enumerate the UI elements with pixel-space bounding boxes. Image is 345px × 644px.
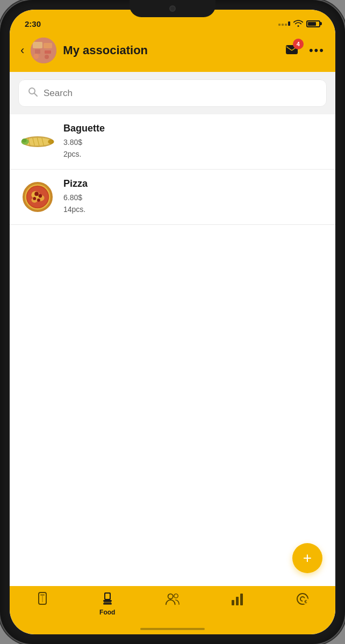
settings-icon: € [295, 591, 310, 606]
phone-screen: 2:30 [10, 10, 335, 634]
svg-rect-2 [35, 49, 40, 54]
svg-rect-37 [40, 594, 45, 596]
svg-rect-43 [103, 603, 112, 605]
item-price: 6.80$ 14pcs. [63, 192, 325, 216]
item-name: Baguette [63, 123, 325, 134]
svg-point-33 [33, 197, 36, 200]
svg-point-44 [168, 594, 173, 599]
svg-point-34 [37, 199, 40, 202]
svg-rect-48 [240, 594, 243, 605]
stats-icon [230, 591, 245, 606]
home-indicator [140, 628, 205, 630]
avatar [31, 38, 56, 63]
people-icon [165, 591, 180, 606]
svg-point-5 [33, 54, 39, 59]
svg-rect-4 [45, 50, 51, 54]
wifi-icon [293, 20, 303, 27]
signal-icon [278, 21, 290, 26]
page-title: My association [63, 43, 279, 57]
avatar-image [31, 38, 56, 63]
header: ‹ My association [10, 33, 335, 72]
svg-rect-3 [44, 43, 52, 48]
add-button[interactable]: + [292, 543, 322, 573]
notification-button[interactable]: 4 [285, 42, 300, 59]
search-bar [18, 79, 327, 107]
svg-point-22 [22, 138, 27, 142]
search-section [10, 72, 335, 114]
search-input[interactable] [44, 88, 318, 99]
phone-frame: 2:30 [0, 0, 345, 644]
notification-badge: 4 [293, 39, 304, 49]
svg-point-45 [174, 594, 178, 598]
drink-icon [35, 591, 50, 606]
item-info-pizza: Pizza 6.80$ 14pcs. [63, 178, 325, 216]
svg-rect-1 [33, 42, 42, 48]
svg-text:€: € [305, 599, 307, 604]
svg-rect-42 [104, 602, 111, 603]
svg-point-6 [45, 55, 49, 59]
search-icon [27, 86, 38, 100]
status-time: 2:30 [25, 19, 41, 28]
svg-point-31 [34, 192, 39, 196]
header-actions: 4 ••• [285, 42, 325, 59]
camera [169, 5, 176, 12]
svg-point-23 [48, 140, 54, 144]
item-info-baguette: Baguette 3.80$ 2pcs. [63, 123, 325, 160]
list-item[interactable]: Pizza 6.80$ 14pcs. [10, 170, 335, 225]
back-button[interactable]: ‹ [20, 43, 24, 57]
bottom-nav: Food [10, 586, 335, 634]
svg-rect-41 [103, 600, 112, 602]
item-price: 3.80$ 2pcs. [63, 136, 325, 160]
nav-label-food: Food [99, 609, 115, 616]
nav-item-settings[interactable]: € [286, 591, 319, 609]
content-area: Baguette 3.80$ 2pcs. [10, 114, 335, 586]
svg-rect-40 [105, 594, 110, 599]
status-icons [278, 20, 320, 27]
svg-rect-47 [236, 597, 239, 605]
item-name: Pizza [63, 178, 325, 189]
nav-item-people[interactable] [156, 591, 189, 609]
svg-line-13 [34, 93, 37, 96]
item-image-pizza [20, 180, 55, 214]
list-item[interactable]: Baguette 3.80$ 2pcs. [10, 114, 335, 170]
svg-rect-0 [31, 38, 56, 63]
notch [130, 0, 215, 17]
battery-icon [306, 20, 320, 27]
item-image-baguette [20, 125, 55, 159]
food-icon [100, 591, 115, 606]
nav-item-drink[interactable] [26, 591, 59, 609]
svg-rect-46 [232, 600, 234, 605]
more-button[interactable]: ••• [309, 43, 325, 57]
svg-point-32 [38, 194, 42, 197]
nav-item-food[interactable]: Food [91, 591, 124, 616]
nav-item-stats[interactable] [221, 591, 254, 609]
